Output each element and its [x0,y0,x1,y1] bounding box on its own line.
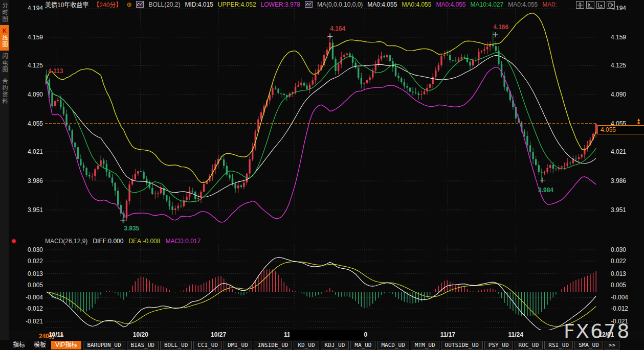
price-axis-label: 4.090 [19,90,43,99]
price-axis-label: 4.159 [611,33,642,41]
boll-indicator-icon[interactable] [136,1,144,8]
macd-chart-canvas[interactable] [45,244,597,331]
toolbar-item[interactable]: SMA_UD [574,341,603,349]
toolbar-item[interactable]: MACD_UD [377,341,409,349]
main-chart-canvas[interactable] [45,8,597,236]
toolbar-item[interactable]: 模板 [30,341,50,349]
macd-params-label: MACD(26,12,9) [45,238,87,245]
toolbar-item[interactable]: RSI_UD [544,341,573,349]
price-axis-label: 4.021 [611,148,642,156]
date-label: 10/20 [133,331,148,338]
date-overlay-box [290,330,364,340]
price-axis-label: 3.986 [611,177,642,185]
toolbar-item[interactable]: OUTSIDE_UD [441,341,483,349]
price-axis-left: 4.1944.1594.1254.0904.0554.0213.9863.951… [19,0,43,350]
macd-axis-label: 0.005 [19,281,43,289]
toolbar-item[interactable]: KDJ_UD [321,341,349,349]
period-label[interactable]: 【240分】 [93,0,122,9]
bottom-toolbar: 指标模板VIP指标BARUPDN_UDBIAS_UDBOLL_UDCCI_UDD… [0,340,644,350]
price-axis-label: 4.125 [611,61,642,69]
macd-axis-label: -0.012 [611,305,642,313]
date-label: 10/11 [49,331,63,338]
price-axis-label: 4.125 [19,61,43,69]
price-axis-label: 4.021 [19,148,43,156]
date-label: 10/27 [211,331,226,338]
sidebar-tab-kline-chart[interactable]: K线图 [0,25,9,51]
ma-value: MA10:4.027 [470,1,503,8]
chart-tools [576,1,615,9]
sidebar-tab-contract-info[interactable]: 合约资料 [0,76,9,107]
left-sidebar: 分时图 K线图 闪电图 合约资料 [0,0,9,350]
ma-params-label: MA(0,0,0,10,0,0) [317,1,363,8]
macd-axis-label: -0.004 [19,293,43,301]
sidebar-tab-flash-chart[interactable]: 闪电图 [0,51,9,76]
macd-diff-value: DIFF:0.000 [93,238,123,245]
price-axis-label: 3.986 [19,177,43,185]
macd-macd-value: MACD:0.017 [165,238,201,245]
toolbar-item[interactable]: CCI_UD [193,341,222,349]
date-label: 11/24 [508,331,523,338]
price-axis-label: 4.090 [611,90,642,99]
ma-values: MA0:4.055MA0:4.055MA0:4.055MA10:4.027MA0… [367,1,561,8]
macd-axis-label: 0.030 [19,246,43,254]
toolbar-item[interactable]: KD_UD [294,341,319,349]
price-axis-label: 4.194 [611,4,642,12]
boll-upper-value: UPPER:4.052 [218,1,256,8]
toolbar-item[interactable]: BIAS_UD [127,341,159,349]
macd-axis-label: -0.012 [19,305,43,313]
price-axis-label: 4.194 [19,4,43,12]
toolbar-item[interactable]: VIP指标 [51,341,81,349]
live-indicator-icon: ✹ [11,237,17,245]
macd-axis-label: 0.005 [611,281,642,289]
trading-app-window: 分时图 K线图 闪电图 合约资料 美债10年收益率 【240分】 ⊕ BOLL(… [0,0,644,350]
toolbar-item[interactable]: PSY_UD [484,341,513,349]
macd-axis-label: 0.030 [611,246,642,254]
ma-value: MA0: [542,1,557,8]
macd-axis-label: 0.013 [611,270,642,278]
macd-axis-label: -0.004 [611,293,642,301]
toolbar-item[interactable]: >> [605,341,619,349]
macd-axis-label: 0.013 [19,270,43,278]
price-axis-label: 3.951 [611,206,642,214]
x-axis-row: 240分 ▲ 10/1110/2010/2711/311/1011/1711/2… [0,330,644,340]
macd-axis-label: 0.022 [19,257,43,265]
boll-mid-value: MID:4.015 [185,1,213,8]
boll-lower-value: LOWER:3.978 [261,1,300,8]
price-tag-marker-icon: ▲▲ [636,119,642,124]
price-axis-right: 4.1944.1594.1254.0904.0554.0213.9863.951… [611,0,642,350]
y-axis-scale-icon[interactable] [586,1,594,9]
chart-header: 美债10年收益率 【240分】 ⊕ BOLL(20,2) MID:4.015 U… [45,1,561,8]
pane-detach-icon[interactable] [607,1,615,9]
main-candlestick-chart[interactable]: 4.1134.1644.1663.9353.984 [45,8,597,236]
boll-label: BOLL(20,2) [148,1,180,8]
price-axis-label: 3.951 [19,206,43,214]
ma-value: MA0:4.055 [402,1,431,8]
x-axis-scale-icon[interactable] [596,1,605,9]
macd-header: MACD(26,12,9) DIFF:0.000 DEA:-0.008 MACD… [45,238,201,245]
toolbar-item[interactable]: INSIDE_UD [254,341,293,349]
toolbar-item[interactable]: MA_UD [350,341,375,349]
toolbar-item[interactable]: ROC_UD [515,341,543,349]
toolbar-item[interactable]: 指标 [9,341,29,349]
toolbar-item[interactable]: DMI_UD [224,341,252,349]
toolbar-item[interactable]: BARUPDN_UD [83,341,125,349]
toolbar-item[interactable]: BOLL_UD [160,341,192,349]
kline-tab-accent: K [2,28,8,35]
crosshair-move-icon[interactable] [576,1,584,9]
toolbar-item[interactable]: MTM_UD [411,341,439,349]
macd-axis-label: -0.021 [19,317,43,325]
add-indicator-icon[interactable]: ⊕ [126,1,131,8]
macd-axis-label: 0.022 [611,257,642,265]
ma-indicator-icon[interactable] [305,1,313,8]
sidebar-tab-time-chart[interactable]: 分时图 [0,0,9,25]
date-label: 11/17 [440,331,455,338]
ma-value: MA0:4.055 [508,1,538,8]
ma-value: MA0:4.055 [436,1,465,8]
instrument-title: 美债10年收益率 [45,0,88,9]
kline-tab-rest: 线图 [2,35,8,48]
macd-dea-value: DEA:-0.008 [128,238,160,245]
macd-indicator-chart[interactable] [45,244,597,331]
price-axis-label: 4.055 [19,120,43,128]
fx678-watermark: FX678 [564,320,630,342]
current-price-tag: 4.055 [597,125,644,134]
